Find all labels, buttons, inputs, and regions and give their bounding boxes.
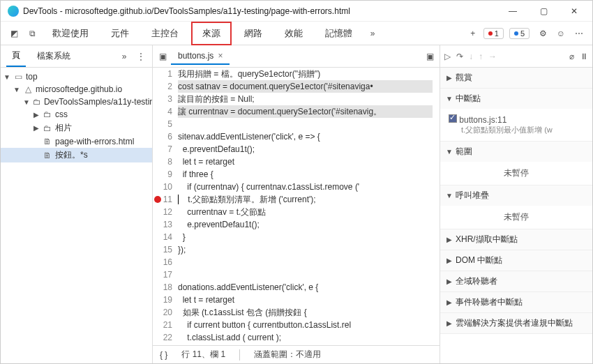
line-number[interactable]: 2 bbox=[153, 80, 178, 93]
line-number[interactable]: 18 bbox=[153, 281, 178, 294]
plus-icon[interactable]: + bbox=[465, 26, 481, 41]
file-tree[interactable]: ▼▭top ▼△microsoftedge.github.io ▼🗀DevToo… bbox=[1, 68, 152, 363]
tab-console[interactable]: 主控台 bbox=[142, 23, 188, 44]
error-count-badge[interactable]: 1 bbox=[483, 28, 504, 39]
line-number[interactable]: 21 bbox=[153, 319, 178, 331]
code-line[interactable]: 11 t.父節點類別清單。新增 ('current'); bbox=[153, 193, 440, 206]
navigator-menu-icon[interactable]: ⋮ bbox=[135, 52, 147, 61]
code-line[interactable]: 12 currentnav = t.父節點 bbox=[153, 206, 440, 218]
code-line[interactable]: 6sitenav.addEventListener('click', e => … bbox=[153, 130, 440, 143]
line-number[interactable]: 4 bbox=[153, 105, 178, 118]
pretty-print-icon[interactable]: { } bbox=[160, 350, 167, 360]
checkbox-icon[interactable] bbox=[449, 114, 457, 123]
line-number[interactable]: 15 bbox=[153, 243, 178, 256]
step-over-icon[interactable]: ↷ bbox=[456, 52, 463, 61]
code-line[interactable]: 14 } bbox=[153, 231, 440, 243]
line-number[interactable]: 16 bbox=[153, 256, 178, 268]
settings-gear-icon[interactable]: ⚙ bbox=[535, 26, 550, 41]
code-line[interactable]: 18donations.addEventListener('click', e … bbox=[153, 281, 440, 294]
code-line[interactable]: 1我用捐贈 = 檔。querySe1ector("捐贈") bbox=[153, 68, 440, 80]
code-line[interactable]: 13 e.preventDefau1t(); bbox=[153, 218, 440, 231]
section-xhr[interactable]: ▶XHR/擷取中斷點 bbox=[440, 229, 592, 250]
line-number[interactable]: 23 bbox=[153, 344, 178, 345]
section-scope[interactable]: ▼範圍 bbox=[440, 142, 592, 162]
line-number[interactable]: 1 bbox=[153, 68, 178, 80]
code-line[interactable]: 15}); bbox=[153, 243, 440, 256]
code-line[interactable]: 19 let t = retarget bbox=[153, 294, 440, 306]
code-line[interactable]: 22 t.classList.add ( current ); bbox=[153, 331, 440, 344]
section-event[interactable]: ▶事件聆聽者中斷點 bbox=[440, 292, 592, 312]
step-out-icon[interactable]: ↑ bbox=[479, 52, 483, 61]
tab-network[interactable]: 網路 bbox=[234, 23, 272, 44]
toggle-nav-icon[interactable]: ▣ bbox=[157, 52, 168, 61]
tree-row[interactable]: ▶🗀css bbox=[1, 108, 152, 121]
code-line[interactable]: 10 if (currentnav) { currentnav.c1assLis… bbox=[153, 181, 440, 193]
line-number[interactable]: 10 bbox=[153, 181, 178, 193]
navigator-tab-page[interactable]: 頁 bbox=[6, 45, 26, 67]
section-csp[interactable]: ▶雲端解決方案提供者違規中斷點 bbox=[440, 313, 592, 333]
kebab-menu-icon[interactable]: ⋯ bbox=[571, 26, 587, 41]
line-number[interactable]: 14 bbox=[153, 231, 178, 243]
code-line[interactable]: 3讓目前的按鈕 = Null; bbox=[153, 93, 440, 105]
code-line[interactable]: 8 let t = retarget bbox=[153, 156, 440, 168]
toggle-right-icon[interactable]: ▣ bbox=[424, 52, 435, 61]
tab-sources[interactable]: 來源 bbox=[191, 22, 232, 45]
breakpoint-item[interactable]: buttons.js:11 bbox=[449, 114, 584, 125]
section-breakpoints[interactable]: ▼中斷點 bbox=[440, 89, 592, 109]
line-number[interactable]: 5 bbox=[153, 118, 178, 130]
tree-row[interactable]: ▼△microsoftedge.github.io bbox=[1, 83, 152, 96]
resume-icon[interactable]: ▷ bbox=[444, 52, 451, 61]
line-number[interactable]: 20 bbox=[153, 306, 178, 319]
line-number[interactable]: 9 bbox=[153, 168, 178, 181]
breakpoint-marker[interactable] bbox=[154, 196, 161, 203]
code-editor[interactable]: 1我用捐贈 = 檔。querySe1ector("捐贈")2cost satna… bbox=[153, 68, 440, 345]
more-tabs-icon[interactable]: » bbox=[365, 26, 380, 41]
deactivate-bp-icon[interactable]: ⌀ bbox=[569, 52, 574, 61]
section-callstack[interactable]: ▼呼叫堆疊 bbox=[440, 185, 592, 206]
line-number[interactable]: 12 bbox=[153, 206, 178, 218]
line-number[interactable]: 6 bbox=[153, 130, 178, 143]
line-number[interactable]: 22 bbox=[153, 331, 178, 344]
info-count-badge[interactable]: 5 bbox=[509, 28, 530, 39]
pause-exceptions-icon[interactable]: ⏸ bbox=[580, 52, 588, 61]
tree-row[interactable]: ▼▭top bbox=[1, 70, 152, 83]
code-line[interactable]: 4讓 currentnav = document.querySe1ector('… bbox=[153, 105, 440, 118]
minimize-button[interactable]: — bbox=[497, 1, 528, 22]
tree-row[interactable]: 🗎page-with-errors.html bbox=[1, 135, 152, 148]
close-button[interactable]: ✕ bbox=[559, 1, 590, 22]
line-number[interactable]: 11 bbox=[153, 193, 178, 206]
line-number[interactable]: 13 bbox=[153, 218, 178, 231]
inspect-icon[interactable]: ◩ bbox=[6, 26, 22, 41]
device-icon[interactable]: ⧉ bbox=[24, 26, 40, 41]
editor-tab[interactable]: buttons.js × bbox=[171, 48, 230, 65]
tab-performance[interactable]: 效能 bbox=[275, 23, 313, 44]
code-line[interactable]: 23 目前的按鈕 = t; bbox=[153, 344, 440, 345]
code-line[interactable]: 17 bbox=[153, 268, 440, 281]
tab-memory[interactable]: 記憶體 bbox=[315, 23, 362, 44]
navigator-more-icon[interactable]: » bbox=[119, 52, 130, 61]
line-number[interactable]: 3 bbox=[153, 93, 178, 105]
tab-welcome[interactable]: 歡迎使用 bbox=[43, 23, 98, 44]
close-tab-icon[interactable]: × bbox=[218, 51, 223, 61]
code-line[interactable]: 16 bbox=[153, 256, 440, 268]
line-number[interactable]: 8 bbox=[153, 156, 178, 168]
tree-row-selected[interactable]: 🗎按鈕。*s bbox=[1, 148, 152, 162]
line-number[interactable]: 17 bbox=[153, 268, 178, 281]
maximize-button[interactable]: ▢ bbox=[528, 1, 559, 22]
code-line[interactable]: 20 如果 (t.c1assList 包含 (捐贈按鈕 { bbox=[153, 306, 440, 319]
feedback-icon[interactable]: ☺ bbox=[553, 26, 569, 41]
code-line[interactable]: 7 e.preventDefau1t(); bbox=[153, 143, 440, 156]
step-icon[interactable]: → bbox=[488, 52, 497, 61]
code-line[interactable]: 21 if current button { currentbutton.c1a… bbox=[153, 319, 440, 331]
section-watch[interactable]: ▶觀賞 bbox=[440, 68, 592, 88]
section-global[interactable]: ▶全域聆聽者 bbox=[440, 271, 592, 291]
line-number[interactable]: 7 bbox=[153, 143, 178, 156]
code-line[interactable]: 9 if three { bbox=[153, 168, 440, 181]
code-line[interactable]: 5 bbox=[153, 118, 440, 130]
step-into-icon[interactable]: ↓ bbox=[469, 52, 473, 61]
line-number[interactable]: 19 bbox=[153, 294, 178, 306]
section-dom[interactable]: ▶DOM 中斷點 bbox=[440, 250, 592, 271]
tree-row[interactable]: ▼🗀DevToolsSamples/a11y-testing bbox=[1, 96, 152, 108]
tab-elements[interactable]: 元件 bbox=[101, 23, 139, 44]
tree-row[interactable]: ▶🗀相片 bbox=[1, 121, 152, 135]
